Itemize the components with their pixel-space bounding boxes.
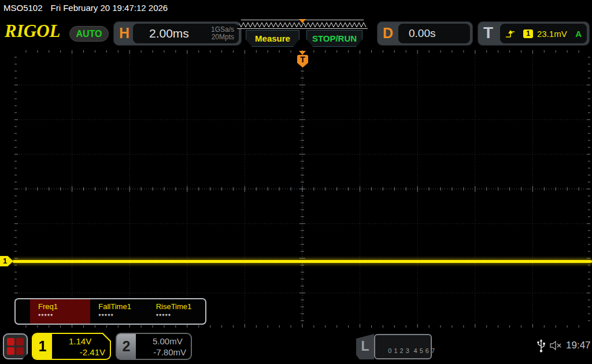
measurement-value: ***** bbox=[38, 313, 90, 320]
rising-edge-trigger-icon bbox=[505, 29, 515, 38]
measurement-label: RiseTime1 bbox=[156, 302, 205, 311]
delay-value: 0.00s bbox=[409, 27, 435, 40]
menu-square-icon bbox=[16, 347, 24, 355]
measurement-label: FallTime1 bbox=[98, 302, 147, 311]
channel1-readout[interactable]: 1.14V -2.41V bbox=[52, 334, 110, 359]
overview-position-marker-icon[interactable] bbox=[299, 19, 306, 23]
channel2-readout[interactable]: 5.00mV -7.80mV bbox=[136, 334, 191, 359]
acquisition-info: 1GSa/s 20Mpts bbox=[211, 26, 234, 41]
channel2-scale: 5.00mV bbox=[153, 336, 183, 346]
channel1-status-block[interactable]: 1 1.14V -2.41V bbox=[32, 333, 111, 360]
quick-menu-icon[interactable] bbox=[3, 333, 28, 359]
horizontal-panel[interactable]: H 2.00ms 1GSa/s 20Mpts bbox=[113, 21, 242, 46]
channel1-position-marker[interactable]: 1 bbox=[0, 256, 13, 266]
timebase-value: 2.00ms bbox=[149, 27, 189, 40]
measurement-value: ***** bbox=[156, 313, 205, 320]
delay-panel[interactable]: D 0.00s bbox=[377, 21, 473, 46]
logic-channel-numbers[interactable]: 0 1 2 3 4 5 6 7 8 9 1011 12131415 bbox=[374, 334, 432, 359]
trigger-sweep-mode: A bbox=[575, 29, 582, 39]
trigger-level-value: 23.1mV bbox=[537, 29, 567, 39]
speaker-muted-icon[interactable] bbox=[549, 340, 563, 351]
measurement-label: Freq1 bbox=[38, 302, 90, 311]
channel1-trace[interactable] bbox=[13, 260, 592, 263]
channel1-number[interactable]: 1 bbox=[33, 334, 52, 359]
datetime-text: Fri February 20 19:47:12 2026 bbox=[51, 3, 168, 13]
channel2-status-block[interactable]: 2 5.00mV -7.80mV bbox=[116, 333, 192, 360]
menu-square-icon bbox=[7, 347, 14, 355]
logic-row1: 0 1 2 3 4 5 6 7 bbox=[388, 347, 435, 354]
trigger-status-auto[interactable]: AUTO bbox=[69, 26, 109, 42]
stop-run-button[interactable]: STOP/RUN bbox=[306, 30, 362, 47]
delay-label: D bbox=[383, 25, 393, 42]
horizontal-readout[interactable]: 2.00ms 1GSa/s 20Mpts bbox=[133, 24, 239, 43]
clock-text: 19:47 bbox=[566, 340, 591, 351]
channel2-offset: -7.80mV bbox=[153, 347, 186, 357]
logic-label: L bbox=[356, 334, 374, 359]
measurement-item-falltime1[interactable]: FallTime1 ***** bbox=[90, 299, 147, 324]
trigger-label: T bbox=[483, 24, 493, 42]
model-name: MSO5102 bbox=[3, 3, 43, 13]
memory-depth: 20Mpts bbox=[212, 33, 234, 41]
menu-square-icon bbox=[16, 338, 24, 346]
logic-channels-block[interactable]: L 0 1 2 3 4 5 6 7 8 9 1011 12131415 bbox=[356, 334, 432, 359]
channel2-number[interactable]: 2 bbox=[117, 334, 136, 359]
graticule-grid bbox=[14, 50, 590, 328]
measurement-item-risetime1[interactable]: RiseTime1 ***** bbox=[148, 299, 205, 324]
trigger-source-badge: 1 bbox=[523, 29, 533, 38]
horizontal-label: H bbox=[119, 25, 130, 42]
trigger-position-triangle-icon[interactable] bbox=[299, 51, 306, 55]
measurement-value: ***** bbox=[98, 313, 147, 320]
measurement-item-freq1[interactable]: Freq1 ***** bbox=[30, 299, 90, 324]
channel1-offset: -2.41V bbox=[80, 347, 105, 357]
trigger-readout[interactable]: 1 23.1mV A bbox=[500, 24, 587, 43]
delay-readout[interactable]: 0.00s bbox=[398, 24, 470, 43]
usb-icon bbox=[536, 338, 546, 353]
rigol-logo: RIGOL bbox=[5, 21, 60, 42]
trigger-panel[interactable]: T 1 23.1mV A bbox=[478, 21, 590, 46]
menu-square-icon bbox=[7, 338, 14, 346]
top-info-bar: MSO5102Fri February 20 19:47:12 2026 bbox=[0, 0, 592, 16]
channel1-scale: 1.14V bbox=[69, 336, 91, 346]
measurement-results-panel[interactable]: Freq1 ***** FallTime1 ***** RiseTime1 **… bbox=[14, 298, 206, 325]
measure-button[interactable]: Measure bbox=[246, 30, 299, 47]
sample-rate: 1GSa/s bbox=[211, 25, 234, 34]
